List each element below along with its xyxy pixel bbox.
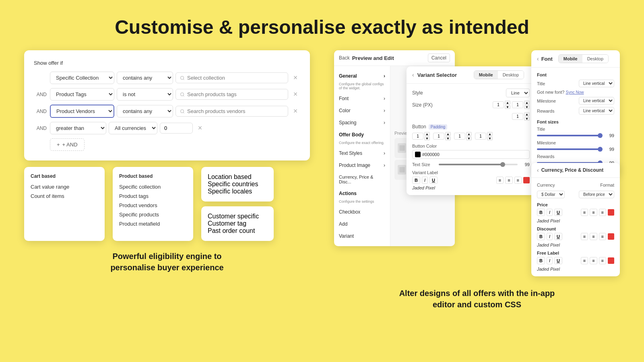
fp-rewards-select[interactable]: Line vertical — [579, 107, 614, 115]
operator-select-1[interactable]: contains any — [117, 72, 173, 84]
sync-now-link[interactable]: Sync Now — [566, 90, 584, 95]
pad-input-4[interactable] — [475, 133, 486, 140]
sidebar-item-font[interactable]: Font› — [334, 93, 390, 105]
free-align-right[interactable]: ≡ — [599, 257, 606, 264]
size-down-2[interactable]: ▼ — [524, 105, 530, 109]
text-slider[interactable] — [439, 164, 518, 165]
style-select[interactable]: Line — [506, 88, 530, 97]
menu-item-specific-countries[interactable]: Specific countries — [208, 181, 267, 188]
pad-input-1[interactable] — [412, 133, 423, 140]
tab-desktop-variant[interactable]: Desktop — [498, 71, 524, 79]
add-and-button[interactable]: + + AND — [50, 138, 85, 151]
price-align-right[interactable]: ≡ — [599, 209, 606, 216]
sidebar-item-add[interactable]: Add — [334, 218, 390, 230]
size-down-1[interactable]: ▼ — [505, 105, 510, 109]
remove-btn-2[interactable]: × — [291, 90, 300, 99]
sidebar-item-general[interactable]: General › — [334, 70, 390, 82]
pad-up-1[interactable]: ▲ — [424, 132, 430, 136]
fp-title-select[interactable]: Line vertical — [579, 80, 614, 87]
fp-milestone-select[interactable]: Line vertical — [579, 97, 614, 105]
sidebar-item-variant[interactable]: Variant — [334, 230, 390, 242]
size-input-2[interactable] — [512, 101, 523, 108]
discount-italic[interactable]: I — [547, 233, 553, 240]
sidebar-item-currency[interactable]: Currency, Price & Disc... — [334, 171, 390, 187]
menu-item-specific-products[interactable]: Specific products — [119, 210, 187, 219]
fp-milestone-slider[interactable] — [537, 148, 602, 150]
discount-bold[interactable]: B — [537, 233, 545, 240]
pad-down-4[interactable]: ▼ — [487, 136, 493, 140]
discount-align-left[interactable]: ≡ — [581, 233, 588, 240]
pad-input-2[interactable] — [433, 133, 444, 140]
free-align-center[interactable]: ≡ — [590, 257, 597, 264]
back-button[interactable]: Back — [339, 55, 350, 61]
free-align-left[interactable]: ≡ — [581, 257, 588, 264]
remove-btn-3[interactable]: × — [291, 107, 300, 116]
size-up-2[interactable]: ▲ — [524, 101, 530, 105]
search-input-2[interactable] — [187, 91, 284, 97]
field-select-3[interactable]: Product Vendors — [50, 105, 114, 118]
search-input-1[interactable] — [187, 75, 284, 81]
remove-btn-1[interactable]: × — [291, 73, 300, 83]
sidebar-item-actions[interactable]: Actions — [334, 187, 390, 200]
sidebar-item-offer-body[interactable]: Offer Body — [334, 129, 390, 141]
discount-align-center[interactable]: ≡ — [590, 233, 597, 240]
search-input-3[interactable] — [187, 108, 284, 114]
sidebar-item-color[interactable]: Color› — [334, 105, 390, 117]
size-up-3[interactable]: ▲ — [524, 112, 530, 116]
color-btn-variant[interactable] — [523, 177, 530, 183]
sidebar-item-text-styles[interactable]: Text Styles› — [334, 147, 390, 159]
currency-select-panel[interactable]: $ Dollar — [537, 191, 565, 198]
operator-select-2[interactable]: is not — [117, 88, 173, 101]
free-underline[interactable]: U — [554, 257, 562, 264]
discount-color-btn[interactable] — [608, 233, 614, 240]
menu-item-product-vendors[interactable]: Product vendors — [119, 201, 187, 210]
pad-up-3[interactable]: ▲ — [466, 132, 472, 136]
free-italic[interactable]: I — [547, 257, 553, 264]
field-select-2[interactable]: Product Tags — [50, 88, 114, 101]
menu-item-specific-locales[interactable]: Specific locales — [208, 188, 267, 195]
sidebar-item-product-image[interactable]: Product Image› — [334, 159, 390, 171]
price-italic[interactable]: I — [547, 209, 553, 216]
menu-item-cart-value[interactable]: Cart value range — [31, 182, 98, 191]
fp-title-slider[interactable] — [537, 135, 602, 136]
discount-align-right[interactable]: ≡ — [599, 233, 606, 240]
field-select-1[interactable]: Specific Collection — [50, 72, 114, 84]
operator-select-4[interactable]: greater than — [50, 122, 106, 134]
pad-up-4[interactable]: ▲ — [487, 132, 493, 136]
align-left[interactable]: ≡ — [496, 177, 504, 184]
price-underline[interactable]: U — [554, 209, 562, 216]
number-input[interactable] — [164, 125, 188, 131]
operator-select-3[interactable]: contains any — [117, 105, 173, 117]
sidebar-item-spacing[interactable]: Spacing› — [334, 117, 390, 129]
size-input-1[interactable] — [493, 101, 504, 108]
price-color-btn[interactable] — [608, 209, 614, 216]
currency-select[interactable]: All currencies — [109, 122, 157, 134]
pad-up-2[interactable]: ▲ — [445, 132, 451, 136]
price-align-left[interactable]: ≡ — [581, 209, 588, 216]
pad-down-3[interactable]: ▼ — [466, 136, 472, 140]
menu-item-customer-tag[interactable]: Customer tag — [208, 220, 267, 227]
menu-item-count-items[interactable]: Count of items — [31, 191, 98, 201]
menu-item-past-order[interactable]: Past order count — [208, 227, 267, 234]
menu-item-product-tags[interactable]: Product tags — [119, 191, 187, 201]
cancel-button[interactable]: Cancel — [428, 53, 450, 62]
size-up-1[interactable]: ▲ — [505, 101, 510, 105]
format-select-panel[interactable]: Before price — [579, 191, 614, 198]
free-color-btn[interactable] — [608, 257, 614, 264]
price-bold[interactable]: B — [537, 209, 545, 216]
format-italic[interactable]: I — [422, 177, 428, 184]
tab-desktop-font[interactable]: Desktop — [582, 55, 608, 63]
format-underline[interactable]: U — [429, 177, 438, 184]
pad-down-1[interactable]: ▼ — [424, 136, 430, 140]
discount-underline[interactable]: U — [554, 233, 562, 240]
tab-mobile-font[interactable]: Mobile — [559, 55, 582, 63]
size-input-3[interactable] — [512, 113, 523, 120]
tab-mobile-variant[interactable]: Mobile — [474, 71, 498, 79]
free-bold[interactable]: B — [537, 257, 545, 264]
remove-btn-4[interactable]: × — [195, 123, 205, 133]
align-right[interactable]: ≡ — [514, 177, 522, 184]
color-input[interactable]: #000000 — [412, 150, 530, 159]
sidebar-item-checkbox[interactable]: Checkbox — [334, 206, 390, 218]
size-down-3[interactable]: ▼ — [524, 117, 530, 121]
align-center[interactable]: ≡ — [505, 177, 512, 184]
